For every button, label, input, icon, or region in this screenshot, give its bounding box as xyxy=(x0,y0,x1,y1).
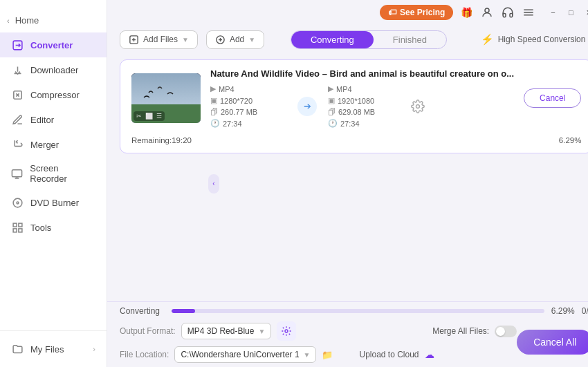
conversion-card-top: ✂ ⬜ ☰ Nature And Wildlife Video – Bird a… xyxy=(131,68,581,128)
converter-icon xyxy=(11,39,24,51)
target-format-icon: ▶ xyxy=(328,84,333,93)
target-resolution-row: ▣ 1920*1080 xyxy=(328,96,404,105)
settings-icon[interactable] xyxy=(411,100,425,113)
minimize-button[interactable]: − xyxy=(544,5,561,20)
add-files-chevron-icon: ▼ xyxy=(182,36,189,44)
sidebar-item-my-files[interactable]: My Files › xyxy=(0,337,107,361)
bottom-bar: Converting 6.29% 0/1 Output Format: MP4 … xyxy=(107,301,588,367)
home-label: Home xyxy=(15,15,39,26)
cloud-icon[interactable]: ☁ xyxy=(425,349,434,360)
format-chevron-icon: ▼ xyxy=(258,328,265,335)
headphone-icon[interactable] xyxy=(500,5,515,20)
cancel-all-label: Cancel All xyxy=(533,337,576,348)
target-duration: 27:34 xyxy=(340,120,360,128)
tools-label: Tools xyxy=(30,223,51,233)
cancel-button[interactable]: Cancel xyxy=(524,88,581,108)
source-resolution: 1280*720 xyxy=(220,97,252,105)
target-format: MP4 xyxy=(336,85,352,93)
upload-label: Upload to Cloud xyxy=(359,350,419,359)
sidebar-item-downloader[interactable]: Downloader xyxy=(0,57,107,82)
tools-icon xyxy=(11,221,24,234)
compressor-label: Compressor xyxy=(30,90,80,100)
merge-label: Merge All Files: xyxy=(432,326,489,336)
tab-finished[interactable]: Finished xyxy=(374,31,446,48)
cancel-label: Cancel xyxy=(540,93,565,103)
clock-icon: 🕐 xyxy=(210,119,220,128)
sidebar-item-dvd-burner[interactable]: DVD Burner xyxy=(0,190,107,215)
cancel-all-button[interactable]: Cancel All xyxy=(517,330,588,355)
maximize-button[interactable]: □ xyxy=(562,5,579,20)
sidebar-item-compressor[interactable]: Compressor xyxy=(0,82,107,107)
downloader-icon xyxy=(11,64,24,76)
converter-toolbar: Add Files ▼ Add ▼ Converting Finished ⚡ … xyxy=(107,25,588,54)
add-button[interactable]: Add ▼ xyxy=(206,30,264,49)
svg-point-3 xyxy=(13,198,22,207)
source-resolution-row: ▣ 1280*720 xyxy=(210,96,286,105)
downloader-label: Downloader xyxy=(30,65,78,75)
sidebar-item-editor[interactable]: Editor xyxy=(0,107,107,132)
format-icon: ▶ xyxy=(210,84,216,93)
svg-rect-6 xyxy=(18,223,21,227)
sidebar-item-merger[interactable]: Merger xyxy=(0,132,107,157)
progress-count-value: 0/1 xyxy=(582,306,588,316)
sidebar-collapse-button[interactable]: ‹ xyxy=(208,174,219,194)
source-size: 260.77 MB xyxy=(221,108,257,116)
source-format: MP4 xyxy=(219,85,235,93)
source-duration-row: 🕐 27:34 xyxy=(210,119,286,128)
target-meta: ▶ MP4 ▣ 1920*1080 🗍 629.08 MB xyxy=(328,84,404,128)
conversion-card: ✂ ⬜ ☰ Nature And Wildlife Video – Bird a… xyxy=(120,59,588,153)
source-duration: 27:34 xyxy=(223,120,242,128)
target-resolution: 1920*1080 xyxy=(338,97,374,105)
tag-icon: 🏷 xyxy=(388,8,396,17)
options-row: Output Format: MP4 3D Red-Blue ▼ Merge A… xyxy=(120,321,588,363)
dvd-burner-icon xyxy=(11,196,24,209)
folder-icon[interactable]: 📁 xyxy=(322,350,333,360)
progress-bar-fill xyxy=(172,309,195,313)
source-meta: ▶ MP4 ▣ 1280*720 🗍 260.77 MB xyxy=(210,84,286,128)
tab-converting[interactable]: Converting xyxy=(291,31,374,48)
topbar: 🏷 See Pricing 🎁 − □ ✕ xyxy=(107,0,588,25)
target-size: 629.08 MB xyxy=(338,108,375,116)
sidebar-item-screen-recorder[interactable]: Screen Recorder xyxy=(0,157,107,190)
format-settings-icon[interactable] xyxy=(277,321,296,341)
gift-button[interactable]: 🎁 xyxy=(459,5,474,20)
target-clock-icon: 🕐 xyxy=(328,119,338,128)
output-format-value: MP4 3D Red-Blue xyxy=(187,326,255,336)
sidebar-item-converter[interactable]: Converter xyxy=(0,32,107,57)
target-size-row: 🗍 629.08 MB xyxy=(328,108,404,116)
thumb-crop-icon[interactable]: ⬜ xyxy=(145,113,153,120)
file-location-select[interactable]: C:\Wondershare UniConverter 1 ▼ xyxy=(174,346,316,363)
dvd-burner-label: DVD Burner xyxy=(30,198,79,208)
merge-toggle[interactable] xyxy=(495,326,517,337)
target-size-icon: 🗍 xyxy=(328,108,336,116)
svg-rect-2 xyxy=(12,169,22,176)
screen-recorder-label: Screen Recorder xyxy=(30,163,95,184)
sidebar-item-tools[interactable]: Tools xyxy=(0,215,107,240)
my-files-label: My Files xyxy=(30,344,64,355)
add-files-button[interactable]: Add Files ▼ xyxy=(120,30,198,49)
user-icon[interactable] xyxy=(479,5,495,20)
thumb-menu-icon[interactable]: ☰ xyxy=(156,113,162,120)
arrow-circle: ➔ xyxy=(297,97,317,116)
output-format-select[interactable]: MP4 3D Red-Blue ▼ xyxy=(181,323,272,339)
see-pricing-button[interactable]: 🏷 See Pricing xyxy=(380,5,453,20)
sidebar: ‹ Home Converter Downloader Compressor xyxy=(0,0,107,367)
remaining-time: Remaining:19:20 xyxy=(131,136,192,144)
close-button[interactable]: ✕ xyxy=(580,5,588,20)
chevron-left-icon: ‹ xyxy=(7,17,10,25)
cancel-all-container: Cancel All xyxy=(517,330,588,355)
svg-point-18 xyxy=(285,330,288,332)
file-location-label: File Location: xyxy=(120,350,169,359)
left-options: Output Format: MP4 3D Red-Blue ▼ Merge A… xyxy=(120,321,517,363)
thumb-cut-icon[interactable]: ✂ xyxy=(136,113,142,120)
see-pricing-label: See Pricing xyxy=(400,8,445,17)
menu-icon[interactable] xyxy=(521,5,536,20)
window-controls: − □ ✕ xyxy=(544,5,588,20)
lightning-icon: ⚡ xyxy=(481,33,494,46)
high-speed-button[interactable]: ⚡ High Speed Conversion xyxy=(473,29,588,50)
tab-group: Converting Finished xyxy=(291,30,447,49)
add-chevron-icon: ▼ xyxy=(248,36,255,44)
svg-rect-8 xyxy=(18,228,21,232)
add-label: Add xyxy=(230,35,244,44)
sidebar-item-home[interactable]: ‹ Home xyxy=(0,8,107,32)
